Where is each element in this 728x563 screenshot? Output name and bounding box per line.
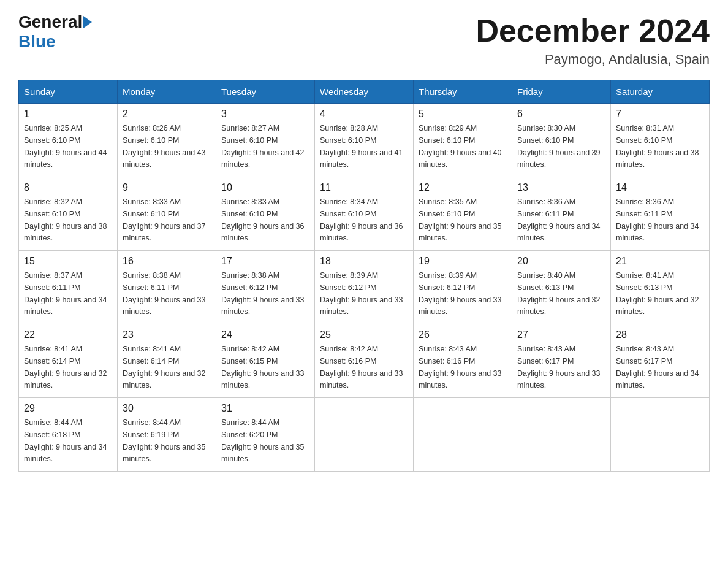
calendar-cell: 4 Sunrise: 8:28 AMSunset: 6:10 PMDayligh… bbox=[315, 104, 414, 177]
calendar-week-row: 1 Sunrise: 8:25 AMSunset: 6:10 PMDayligh… bbox=[19, 104, 710, 177]
day-info: Sunrise: 8:44 AMSunset: 6:20 PMDaylight:… bbox=[221, 418, 305, 463]
calendar-cell: 5 Sunrise: 8:29 AMSunset: 6:10 PMDayligh… bbox=[414, 104, 512, 177]
day-info: Sunrise: 8:39 AMSunset: 6:12 PMDaylight:… bbox=[320, 271, 403, 316]
day-number: 29 bbox=[24, 403, 112, 414]
day-info: Sunrise: 8:38 AMSunset: 6:12 PMDaylight:… bbox=[221, 271, 305, 316]
day-number: 23 bbox=[123, 329, 211, 340]
day-number: 16 bbox=[123, 256, 211, 267]
calendar-cell: 13 Sunrise: 8:36 AMSunset: 6:11 PMDaylig… bbox=[512, 177, 611, 251]
day-number: 20 bbox=[517, 256, 605, 267]
calendar-cell: 11 Sunrise: 8:34 AMSunset: 6:10 PMDaylig… bbox=[315, 177, 414, 251]
weekday-header-sunday: Sunday bbox=[19, 80, 118, 104]
day-info: Sunrise: 8:43 AMSunset: 6:16 PMDaylight:… bbox=[419, 345, 502, 389]
day-info: Sunrise: 8:35 AMSunset: 6:10 PMDaylight:… bbox=[419, 197, 502, 242]
day-number: 10 bbox=[221, 182, 309, 193]
day-info: Sunrise: 8:29 AMSunset: 6:10 PMDaylight:… bbox=[419, 124, 502, 169]
weekday-header-tuesday: Tuesday bbox=[216, 80, 315, 104]
calendar-cell bbox=[414, 398, 512, 472]
calendar-cell: 2 Sunrise: 8:26 AMSunset: 6:10 PMDayligh… bbox=[118, 104, 216, 177]
calendar-cell: 16 Sunrise: 8:38 AMSunset: 6:11 PMDaylig… bbox=[118, 251, 216, 324]
day-info: Sunrise: 8:30 AMSunset: 6:10 PMDaylight:… bbox=[517, 124, 601, 169]
day-number: 18 bbox=[320, 256, 408, 267]
day-info: Sunrise: 8:39 AMSunset: 6:12 PMDaylight:… bbox=[419, 271, 502, 316]
calendar-week-row: 15 Sunrise: 8:37 AMSunset: 6:11 PMDaylig… bbox=[19, 251, 710, 324]
title-area: December 2024 Paymogo, Andalusia, Spain bbox=[476, 12, 710, 67]
day-info: Sunrise: 8:27 AMSunset: 6:10 PMDaylight:… bbox=[221, 124, 305, 169]
calendar-cell: 18 Sunrise: 8:39 AMSunset: 6:12 PMDaylig… bbox=[315, 251, 414, 324]
day-info: Sunrise: 8:40 AMSunset: 6:13 PMDaylight:… bbox=[517, 271, 601, 316]
month-title: December 2024 bbox=[476, 12, 710, 49]
calendar-week-row: 29 Sunrise: 8:44 AMSunset: 6:18 PMDaylig… bbox=[19, 398, 710, 472]
day-number: 4 bbox=[320, 109, 408, 120]
day-number: 25 bbox=[320, 329, 408, 340]
day-info: Sunrise: 8:43 AMSunset: 6:17 PMDaylight:… bbox=[517, 345, 601, 389]
day-info: Sunrise: 8:33 AMSunset: 6:10 PMDaylight:… bbox=[123, 197, 206, 242]
day-number: 19 bbox=[419, 256, 507, 267]
day-number: 30 bbox=[123, 403, 211, 414]
day-info: Sunrise: 8:32 AMSunset: 6:10 PMDaylight:… bbox=[24, 197, 107, 242]
day-info: Sunrise: 8:38 AMSunset: 6:11 PMDaylight:… bbox=[123, 271, 206, 316]
calendar-cell: 21 Sunrise: 8:41 AMSunset: 6:13 PMDaylig… bbox=[611, 251, 710, 324]
day-number: 17 bbox=[221, 256, 309, 267]
day-info: Sunrise: 8:42 AMSunset: 6:16 PMDaylight:… bbox=[320, 345, 403, 389]
calendar-cell: 1 Sunrise: 8:25 AMSunset: 6:10 PMDayligh… bbox=[19, 104, 118, 177]
calendar-cell: 29 Sunrise: 8:44 AMSunset: 6:18 PMDaylig… bbox=[19, 398, 118, 472]
weekday-header-thursday: Thursday bbox=[414, 80, 512, 104]
calendar-cell: 25 Sunrise: 8:42 AMSunset: 6:16 PMDaylig… bbox=[315, 324, 414, 398]
day-info: Sunrise: 8:36 AMSunset: 6:11 PMDaylight:… bbox=[616, 197, 699, 242]
calendar-cell: 20 Sunrise: 8:40 AMSunset: 6:13 PMDaylig… bbox=[512, 251, 611, 324]
logo-general-text: General bbox=[18, 12, 82, 32]
day-number: 14 bbox=[616, 182, 704, 193]
day-info: Sunrise: 8:41 AMSunset: 6:14 PMDaylight:… bbox=[24, 345, 107, 389]
day-number: 27 bbox=[517, 329, 605, 340]
day-number: 5 bbox=[419, 109, 507, 120]
weekday-header-row: SundayMondayTuesdayWednesdayThursdayFrid… bbox=[19, 80, 710, 104]
calendar-cell: 12 Sunrise: 8:35 AMSunset: 6:10 PMDaylig… bbox=[414, 177, 512, 251]
day-number: 3 bbox=[221, 109, 309, 120]
calendar-cell: 27 Sunrise: 8:43 AMSunset: 6:17 PMDaylig… bbox=[512, 324, 611, 398]
day-number: 11 bbox=[320, 182, 408, 193]
day-info: Sunrise: 8:28 AMSunset: 6:10 PMDaylight:… bbox=[320, 124, 403, 169]
calendar-cell: 19 Sunrise: 8:39 AMSunset: 6:12 PMDaylig… bbox=[414, 251, 512, 324]
logo-blue-text: Blue bbox=[18, 32, 56, 51]
day-number: 26 bbox=[419, 329, 507, 340]
day-number: 21 bbox=[616, 256, 704, 267]
day-number: 2 bbox=[123, 109, 211, 120]
logo: General Blue bbox=[18, 12, 93, 52]
day-info: Sunrise: 8:44 AMSunset: 6:19 PMDaylight:… bbox=[123, 418, 206, 463]
day-info: Sunrise: 8:43 AMSunset: 6:17 PMDaylight:… bbox=[616, 345, 699, 389]
calendar-cell: 9 Sunrise: 8:33 AMSunset: 6:10 PMDayligh… bbox=[118, 177, 216, 251]
day-number: 7 bbox=[616, 109, 704, 120]
calendar-cell: 15 Sunrise: 8:37 AMSunset: 6:11 PMDaylig… bbox=[19, 251, 118, 324]
day-info: Sunrise: 8:44 AMSunset: 6:18 PMDaylight:… bbox=[24, 418, 107, 463]
day-number: 8 bbox=[24, 182, 112, 193]
calendar-cell bbox=[611, 398, 710, 472]
calendar-cell: 23 Sunrise: 8:41 AMSunset: 6:14 PMDaylig… bbox=[118, 324, 216, 398]
calendar-week-row: 22 Sunrise: 8:41 AMSunset: 6:14 PMDaylig… bbox=[19, 324, 710, 398]
calendar-table: SundayMondayTuesdayWednesdayThursdayFrid… bbox=[18, 80, 710, 472]
calendar-cell: 22 Sunrise: 8:41 AMSunset: 6:14 PMDaylig… bbox=[19, 324, 118, 398]
day-info: Sunrise: 8:41 AMSunset: 6:13 PMDaylight:… bbox=[616, 271, 699, 316]
calendar-cell: 24 Sunrise: 8:42 AMSunset: 6:15 PMDaylig… bbox=[216, 324, 315, 398]
calendar-cell: 10 Sunrise: 8:33 AMSunset: 6:10 PMDaylig… bbox=[216, 177, 315, 251]
calendar-cell: 8 Sunrise: 8:32 AMSunset: 6:10 PMDayligh… bbox=[19, 177, 118, 251]
calendar-cell bbox=[512, 398, 611, 472]
day-number: 9 bbox=[123, 182, 211, 193]
logo-arrow-icon bbox=[83, 16, 92, 28]
page-header: General Blue December 2024 Paymogo, Anda… bbox=[18, 12, 710, 67]
weekday-header-friday: Friday bbox=[512, 80, 611, 104]
calendar-cell: 17 Sunrise: 8:38 AMSunset: 6:12 PMDaylig… bbox=[216, 251, 315, 324]
day-number: 15 bbox=[24, 256, 112, 267]
weekday-header-wednesday: Wednesday bbox=[315, 80, 414, 104]
day-info: Sunrise: 8:34 AMSunset: 6:10 PMDaylight:… bbox=[320, 197, 403, 242]
calendar-cell bbox=[315, 398, 414, 472]
calendar-cell: 30 Sunrise: 8:44 AMSunset: 6:19 PMDaylig… bbox=[118, 398, 216, 472]
weekday-header-saturday: Saturday bbox=[611, 80, 710, 104]
calendar-week-row: 8 Sunrise: 8:32 AMSunset: 6:10 PMDayligh… bbox=[19, 177, 710, 251]
day-number: 12 bbox=[419, 182, 507, 193]
day-number: 31 bbox=[221, 403, 309, 414]
day-number: 13 bbox=[517, 182, 605, 193]
day-number: 6 bbox=[517, 109, 605, 120]
calendar-cell: 26 Sunrise: 8:43 AMSunset: 6:16 PMDaylig… bbox=[414, 324, 512, 398]
calendar-cell: 14 Sunrise: 8:36 AMSunset: 6:11 PMDaylig… bbox=[611, 177, 710, 251]
